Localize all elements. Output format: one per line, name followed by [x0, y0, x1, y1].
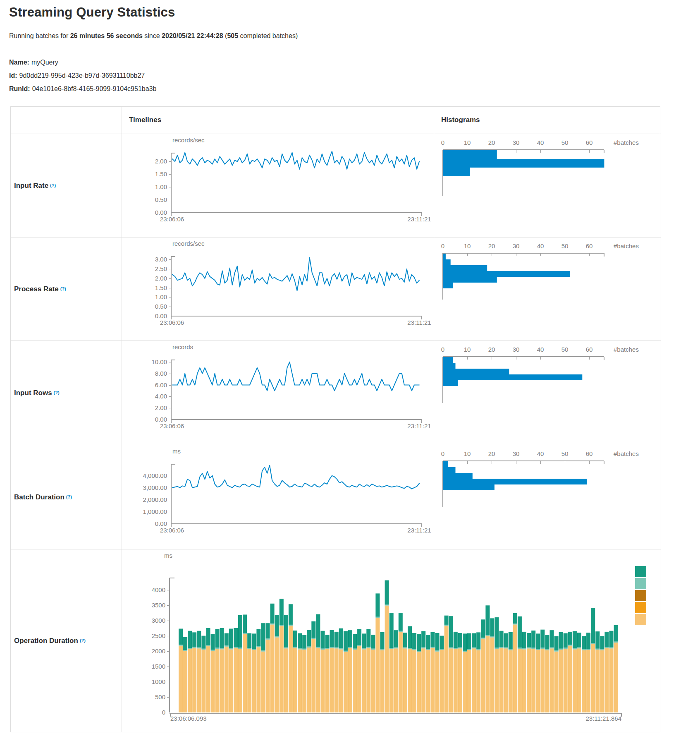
row-label-operation-duration: Operation Duration (?) [11, 549, 122, 732]
svg-text:#batches: #batches [614, 346, 639, 353]
svg-text:10: 10 [464, 346, 471, 353]
svg-text:0: 0 [441, 139, 444, 146]
svg-text:23:06:06: 23:06:06 [160, 422, 184, 429]
help-icon-batch-duration[interactable]: (?) [66, 494, 72, 499]
timeline-cell-process-rate: records/sec3.002.502.001.501.000.500.002… [122, 237, 434, 341]
legend-swatch-seafoam [635, 578, 646, 589]
query-name-line: Name:myQuery [9, 59, 58, 66]
svg-text:23:11:21: 23:11:21 [407, 216, 431, 223]
query-runid-label: RunId: [9, 85, 30, 92]
svg-text:60: 60 [586, 242, 593, 249]
summary-mid: since [143, 32, 162, 39]
svg-text:0: 0 [441, 242, 444, 249]
svg-text:0: 0 [441, 346, 444, 353]
svg-text:10: 10 [464, 450, 471, 457]
svg-text:4000: 4000 [152, 586, 165, 593]
row-label-input-rows: Input Rows (?) [11, 341, 122, 445]
svg-text:1,000.00: 1,000.00 [143, 508, 167, 515]
page-title: Streaming Query Statistics [9, 5, 175, 20]
svg-text:23:11:21.864: 23:11:21.864 [586, 715, 621, 722]
help-icon-process-rate[interactable]: (?) [60, 286, 66, 291]
operation-duration-stacked-chart: ms4000350030002500200015001000500023:06:… [122, 549, 661, 732]
legend-swatch-orange [635, 602, 646, 613]
header-empty-cell [11, 107, 122, 134]
header-histograms: Histograms [434, 107, 661, 134]
svg-text:40: 40 [537, 139, 544, 146]
query-id-value: 9d0dd219-995d-423e-b97d-36931110bb27 [19, 72, 145, 79]
statistics-table: Timelines Histograms Input Rate (?) reco… [10, 106, 660, 732]
operation-duration-chart-cell: ms4000350030002500200015001000500023:06:… [122, 549, 661, 732]
svg-text:1.00: 1.00 [155, 293, 167, 300]
svg-text:20: 20 [488, 450, 495, 457]
header-timelines: Timelines [122, 107, 434, 134]
input-rows-line [172, 362, 419, 391]
svg-text:8.00: 8.00 [155, 370, 167, 377]
svg-text:23:06:06.093: 23:06:06.093 [170, 715, 207, 722]
metric-label: Batch Duration [14, 493, 65, 501]
process-rate-line [172, 258, 419, 291]
svg-text:10: 10 [464, 242, 471, 249]
svg-text:50: 50 [561, 242, 569, 249]
svg-text:1.50: 1.50 [155, 284, 167, 291]
timeline-cell-input-rate: records/sec2.001.501.000.500.0023:06:062… [122, 134, 434, 237]
svg-text:#batches: #batches [614, 139, 639, 146]
svg-text:40: 40 [537, 450, 544, 457]
svg-text:1.50: 1.50 [155, 170, 167, 177]
legend-swatch-tan [635, 614, 646, 625]
help-icon-input-rows[interactable]: (?) [54, 390, 60, 395]
svg-text:60: 60 [586, 139, 593, 146]
svg-text:50: 50 [561, 346, 569, 353]
svg-text:#batches: #batches [614, 450, 639, 457]
help-icon-operation-duration[interactable]: (?) [80, 638, 86, 643]
svg-text:40: 40 [537, 346, 544, 353]
svg-text:0.00: 0.00 [155, 416, 167, 423]
help-icon-input-rate[interactable]: (?) [50, 183, 56, 188]
svg-text:0.00: 0.00 [155, 312, 167, 319]
operation-duration-legend [635, 566, 646, 625]
metric-label: Input Rows [14, 389, 52, 397]
svg-text:ms: ms [172, 448, 181, 455]
row-label-process-rate: Process Rate (?) [11, 237, 122, 341]
summary-paren: ( [223, 32, 227, 39]
metric-label: Input Rate [14, 182, 48, 190]
histogram-cell-batch-duration: 0102030405060#batches [434, 445, 661, 549]
svg-text:20: 20 [488, 139, 495, 146]
svg-text:30: 30 [513, 242, 520, 249]
svg-text:3,000.00: 3,000.00 [143, 484, 167, 491]
input-rows-histogram: 0102030405060#batches [434, 341, 661, 444]
process-rate-timeline-chart: records/sec3.002.502.001.501.000.500.002… [122, 237, 434, 341]
svg-text:2500: 2500 [152, 632, 165, 639]
histogram-cell-process-rate: 0102030405060#batches [434, 237, 661, 341]
svg-text:3.00: 3.00 [155, 256, 167, 263]
metric-label: Process Rate [14, 285, 59, 293]
svg-text:30: 30 [513, 346, 520, 353]
batch-duration-histogram: 0102030405060#batches [434, 445, 661, 549]
query-name-label: Name: [9, 59, 29, 66]
svg-text:0.50: 0.50 [155, 303, 167, 310]
svg-text:20: 20 [488, 346, 495, 353]
process-rate-histogram-bars [443, 254, 570, 288]
process-rate-histogram: 0102030405060#batches [434, 237, 661, 341]
svg-text:60: 60 [586, 346, 593, 353]
svg-text:30: 30 [513, 139, 520, 146]
row-label-input-rate: Input Rate (?) [11, 134, 122, 237]
svg-text:1.00: 1.00 [155, 183, 167, 190]
start-timestamp: 2020/05/21 22:44:28 [162, 32, 223, 39]
run-duration: 26 minutes 56 seconds [70, 32, 143, 39]
svg-text:6.00: 6.00 [155, 381, 167, 388]
svg-text:ms: ms [164, 552, 172, 559]
svg-text:2,000.00: 2,000.00 [143, 496, 167, 503]
metric-label: Operation Duration [14, 637, 78, 645]
svg-text:20: 20 [488, 242, 495, 249]
svg-text:2.50: 2.50 [155, 265, 167, 272]
svg-text:2000: 2000 [152, 647, 165, 655]
svg-text:0: 0 [441, 450, 444, 457]
svg-text:0.00: 0.00 [155, 209, 167, 216]
svg-text:23:11:21: 23:11:21 [407, 527, 431, 534]
svg-text:3500: 3500 [152, 602, 165, 609]
row-label-batch-duration: Batch Duration (?) [11, 445, 122, 549]
svg-text:2.00: 2.00 [155, 404, 167, 411]
svg-text:2.00: 2.00 [155, 275, 167, 282]
svg-text:2.00: 2.00 [155, 158, 167, 165]
timeline-cell-input-rows: records10.008.006.004.002.000.0023:06:06… [122, 341, 434, 445]
